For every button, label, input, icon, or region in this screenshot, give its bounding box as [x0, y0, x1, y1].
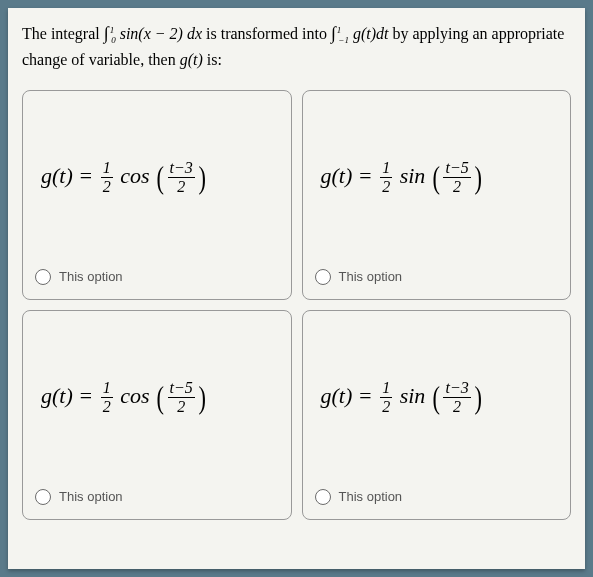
arg-den: 2 — [443, 178, 470, 195]
coef-num: 1 — [380, 160, 392, 178]
lparen: ( — [432, 379, 439, 416]
coef-num: 1 — [380, 380, 392, 398]
integral-symbol: ∫ — [104, 20, 109, 47]
coef-num: 1 — [101, 160, 113, 178]
arg-den: 2 — [168, 398, 195, 415]
int1-upper: 1 — [110, 25, 115, 35]
arg-frac: t−32 — [443, 380, 470, 415]
option-footer: This option — [35, 269, 279, 285]
int2-upper: 1 — [337, 25, 342, 35]
q-mid: is transformed into — [202, 25, 331, 42]
radio-icon[interactable] — [35, 489, 51, 505]
int2-body: g(t)dt — [349, 25, 389, 42]
coef-frac: 12 — [380, 380, 392, 415]
int2-lower: −1 — [338, 35, 349, 45]
formula-d: g(t) = 12 sin (t−32) — [321, 379, 484, 416]
formula-c: g(t) = 12 cos (t−52) — [41, 379, 208, 416]
func: cos — [115, 383, 155, 408]
question-text: The integral ∫10 sin(x − 2) dx is transf… — [22, 20, 571, 72]
option-card-c[interactable]: g(t) = 12 cos (t−52) This option — [22, 310, 292, 520]
q-pre: The integral — [22, 25, 104, 42]
lhs: g(t) = — [321, 383, 379, 408]
options-grid: g(t) = 12 cos (t−32) This option g(t) = … — [22, 90, 571, 520]
coef-frac: 12 — [101, 160, 113, 195]
formula-b: g(t) = 12 sin (t−52) — [321, 159, 484, 196]
coef-frac: 12 — [380, 160, 392, 195]
coef-den: 2 — [380, 398, 392, 415]
option-footer: This option — [315, 489, 559, 505]
coef-num: 1 — [101, 380, 113, 398]
rparen: ) — [474, 379, 481, 416]
arg-frac: t−52 — [443, 160, 470, 195]
coef-frac: 12 — [101, 380, 113, 415]
option-label: This option — [339, 269, 403, 284]
arg-num: t−5 — [168, 380, 195, 398]
formula-area: g(t) = 12 cos (t−32) — [35, 107, 279, 269]
lparen: ( — [157, 159, 164, 196]
page-container: The integral ∫10 sin(x − 2) dx is transf… — [8, 8, 585, 569]
option-label: This option — [339, 489, 403, 504]
arg-num: t−5 — [443, 160, 470, 178]
lparen: ( — [157, 379, 164, 416]
lhs: g(t) = — [41, 163, 99, 188]
arg-num: t−3 — [443, 380, 470, 398]
option-label: This option — [59, 269, 123, 284]
option-label: This option — [59, 489, 123, 504]
rparen: ) — [198, 159, 205, 196]
lparen: ( — [432, 159, 439, 196]
radio-icon[interactable] — [315, 489, 331, 505]
int1-body: sin(x − 2) dx — [116, 25, 202, 42]
q-int1: ∫10 sin(x − 2) dx — [104, 25, 202, 42]
func: sin — [394, 383, 431, 408]
radio-icon[interactable] — [315, 269, 331, 285]
option-footer: This option — [315, 269, 559, 285]
func: sin — [394, 163, 431, 188]
arg-den: 2 — [168, 178, 195, 195]
func: cos — [115, 163, 155, 188]
lhs: g(t) = — [41, 383, 99, 408]
formula-a: g(t) = 12 cos (t−32) — [41, 159, 208, 196]
rparen: ) — [474, 159, 481, 196]
option-card-d[interactable]: g(t) = 12 sin (t−32) This option — [302, 310, 572, 520]
option-card-b[interactable]: g(t) = 12 sin (t−52) This option — [302, 90, 572, 300]
arg-den: 2 — [443, 398, 470, 415]
option-footer: This option — [35, 489, 279, 505]
integral-symbol: ∫ — [331, 20, 336, 47]
lhs: g(t) = — [321, 163, 379, 188]
radio-icon[interactable] — [35, 269, 51, 285]
arg-frac: t−32 — [168, 160, 195, 195]
q-post2: is: — [203, 51, 222, 68]
coef-den: 2 — [380, 178, 392, 195]
q-int2: ∫1−1 g(t)dt — [331, 25, 389, 42]
arg-frac: t−52 — [168, 380, 195, 415]
arg-num: t−3 — [168, 160, 195, 178]
option-card-a[interactable]: g(t) = 12 cos (t−32) This option — [22, 90, 292, 300]
formula-area: g(t) = 12 cos (t−52) — [35, 327, 279, 489]
coef-den: 2 — [101, 178, 113, 195]
formula-area: g(t) = 12 sin (t−52) — [315, 107, 559, 269]
q-gt: g(t) — [180, 51, 203, 68]
formula-area: g(t) = 12 sin (t−32) — [315, 327, 559, 489]
rparen: ) — [198, 379, 205, 416]
coef-den: 2 — [101, 398, 113, 415]
